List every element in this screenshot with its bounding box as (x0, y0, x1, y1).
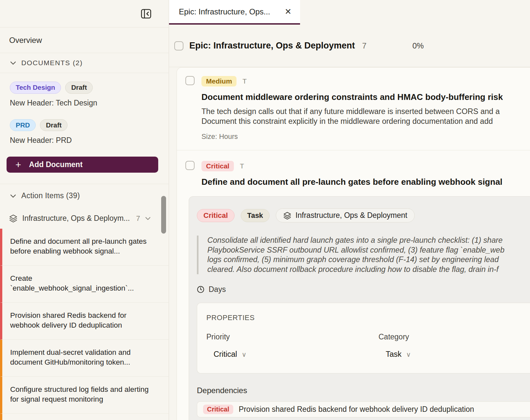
doc-title[interactable]: New Header: PRD (10, 136, 160, 145)
epic-progress: 0% (412, 41, 424, 50)
task-row[interactable]: Critical T Define and document all pre-l… (177, 150, 530, 187)
overview-label: Overview (9, 36, 42, 45)
documents-header-label: DOCUMENTS (2) (21, 59, 83, 67)
plus-icon: + (15, 160, 21, 170)
effort-value: Days (209, 285, 226, 294)
task-size: Size: Hours (201, 133, 530, 150)
task-detail-description: Consolidate all identified hard launch g… (197, 236, 530, 274)
task-type-abbr: T (242, 77, 247, 85)
chevron-down-icon: ∨ (406, 351, 411, 358)
layers-icon (283, 212, 291, 220)
dependency-item[interactable]: Critical Provision shared Redis backend … (197, 401, 530, 417)
group-label: Infrastructure, Ops & Deploym... (22, 214, 130, 223)
document-item[interactable]: PRD Draft New Header: PRD (10, 119, 160, 145)
epic-header-row: Epic: Infrastructure, Ops & Deployment 7… (169, 25, 530, 67)
dependency-priority-badge: Critical (203, 405, 233, 414)
action-item[interactable]: Create `enable_webhook_signal_ingestion`… (0, 266, 169, 303)
properties-header: PROPERTIES (206, 314, 530, 322)
task-list-card: Medium T Document middleware ordering co… (177, 67, 530, 420)
group-pill-label: Infrastructure, Ops & Deployment (295, 211, 407, 220)
task-title[interactable]: Document middleware ordering constraints… (201, 92, 530, 102)
epic-checkbox[interactable] (174, 41, 183, 50)
effort-row: Days (197, 285, 530, 294)
document-item[interactable]: Tech Design Draft New Header: Tech Desig… (10, 82, 160, 107)
chevron-down-icon (10, 194, 16, 198)
group-pill[interactable]: Infrastructure, Ops & Deployment (276, 208, 415, 222)
doc-status-badge: Draft (65, 82, 93, 94)
action-item-label: Create `enable_webhook_signal_ingestion`… (10, 274, 134, 292)
sidebar-scrollbar[interactable] (161, 196, 166, 234)
add-document-label: Add Document (29, 160, 83, 169)
priority-badge: Critical (201, 161, 234, 171)
sidebar-item-overview[interactable]: Overview (0, 28, 169, 53)
task-description: The tech design calls out that if any fu… (201, 106, 530, 126)
doc-type-badge: PRD (10, 119, 36, 131)
action-item-label: Implement dual-secret validation and doc… (10, 348, 131, 366)
close-icon[interactable]: ✕ (285, 8, 292, 16)
dependencies-header: Dependencies (197, 386, 530, 395)
action-item-label: Define and document all pre-launch gates… (10, 237, 147, 255)
epic-count: 7 (362, 41, 367, 50)
action-items-section-header[interactable]: Action Items (39) (0, 184, 169, 207)
main-panel: Epic: Infrastructure, Ops... ✕ Epic: Inf… (169, 0, 530, 420)
action-item[interactable]: Provision shared Redis backend for webho… (0, 303, 169, 340)
action-item-label: Configure structured log fields and aler… (10, 385, 149, 403)
tab-epic-infrastructure[interactable]: Epic: Infrastructure, Ops... ✕ (169, 0, 300, 25)
category-dropdown[interactable]: Task ∨ (386, 350, 530, 359)
sidebar: Overview DOCUMENTS (2) Tech Design Draft… (0, 0, 169, 420)
documents-section-header[interactable]: DOCUMENTS (2) (0, 53, 169, 73)
task-title[interactable]: Define and document all pre-launch gates… (201, 177, 530, 187)
priority-label: Priority (206, 333, 379, 341)
task-type-abbr: T (240, 162, 244, 170)
dependency-label: Provision shared Redis backend for webho… (239, 405, 474, 414)
doc-title[interactable]: New Header: Tech Design (10, 99, 160, 107)
epic-title: Epic: Infrastructure, Ops & Deployment (189, 41, 355, 51)
properties-box: PROPERTIES Priority Critical ∨ Category … (197, 303, 530, 373)
doc-type-badge: Tech Design (10, 82, 61, 94)
priority-pill[interactable]: Critical (197, 209, 235, 222)
tab-title: Epic: Infrastructure, Ops... (179, 7, 277, 16)
add-document-button[interactable]: + Add Document (7, 157, 158, 173)
chevron-down-icon (10, 61, 16, 65)
chevron-down-icon: ∨ (242, 351, 247, 358)
action-item-label: Provision shared Redis backend for webho… (10, 311, 126, 329)
action-items-group-row[interactable]: Infrastructure, Ops & Deploym... 7 (0, 207, 169, 229)
group-count: 7 (136, 214, 140, 223)
category-label: Category (379, 333, 530, 341)
collapse-sidebar-icon[interactable] (140, 8, 152, 20)
tab-bar: Epic: Infrastructure, Ops... ✕ (169, 0, 530, 25)
sidebar-header (0, 0, 169, 28)
category-pill[interactable]: Task (241, 209, 270, 222)
doc-status-badge: Draft (40, 119, 67, 131)
priority-dropdown[interactable]: Critical ∨ (214, 350, 379, 359)
task-row[interactable]: Medium T Document middleware ordering co… (177, 67, 530, 150)
chevron-down-icon[interactable] (145, 217, 151, 220)
layers-icon (9, 214, 17, 222)
action-items-list: Define and document all pre-launch gates… (0, 229, 169, 420)
action-item[interactable]: Configure structured log fields and aler… (0, 377, 169, 414)
action-item[interactable]: Define and document all pre-launch gates… (0, 229, 169, 266)
documents-list: Tech Design Draft New Header: Tech Desig… (0, 73, 169, 145)
task-checkbox[interactable] (185, 76, 195, 85)
action-items-header-label: Action Items (39) (21, 191, 80, 200)
priority-badge: Medium (201, 76, 237, 86)
action-item[interactable]: Implement playbook execution audit log r… (0, 414, 169, 420)
task-checkbox[interactable] (185, 161, 195, 170)
task-detail-panel: Critical Task Infrastructure, Ops & Depl… (189, 196, 530, 420)
clock-icon (197, 286, 204, 293)
action-item[interactable]: Implement dual-secret validation and doc… (0, 340, 169, 377)
